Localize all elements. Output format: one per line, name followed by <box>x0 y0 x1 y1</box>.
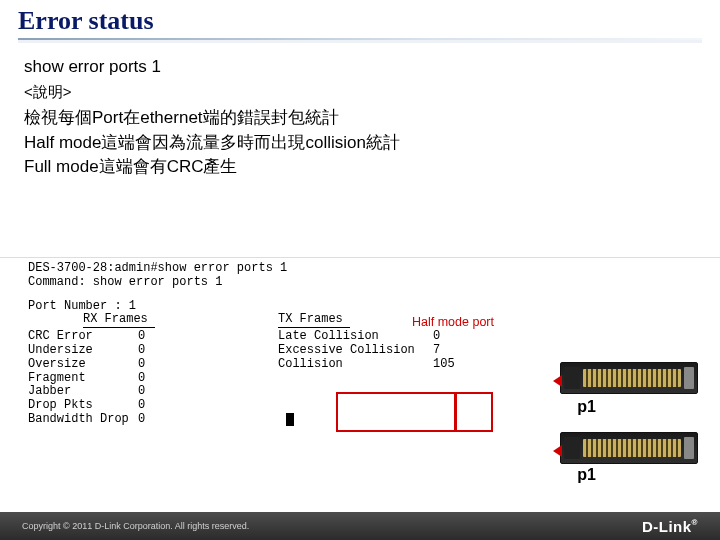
description-line-3: Full mode這端會有CRC產生 <box>24 155 702 180</box>
rx-row-label: Fragment <box>28 372 138 386</box>
rx-row-label: CRC Error <box>28 330 138 344</box>
terminal-rx-header: RX Frames <box>83 313 278 327</box>
arrow-icon <box>553 375 562 387</box>
terminal-echo: Command: show error ports 1 <box>28 276 558 290</box>
tx-row-value: 105 <box>433 358 493 372</box>
rx-row-value: 0 <box>138 330 278 344</box>
command-text: show error ports 1 <box>24 57 702 77</box>
rx-row-value: 0 <box>138 344 278 358</box>
device-end-panel <box>684 367 694 389</box>
rx-row-value: 0 <box>138 372 278 386</box>
rx-row-value: 0 <box>138 358 278 372</box>
port-label-2: p1 <box>577 466 596 484</box>
rx-row-label: Jabber <box>28 385 138 399</box>
tx-row-value: 0 <box>433 330 493 344</box>
device-side-panel <box>564 367 580 389</box>
half-mode-label: Half mode port <box>412 315 494 329</box>
content-block: show error ports 1 <說明> 檢視每個Port在etherne… <box>0 47 720 180</box>
footer-copyright: Copyright © 2011 D-Link Corporation. All… <box>22 521 249 531</box>
rx-underline <box>83 327 155 328</box>
brand-logo: D-Link® <box>642 518 698 535</box>
rx-row-value: 0 <box>138 413 278 427</box>
arrow-icon <box>553 445 562 457</box>
footer-bar: Copyright © 2011 D-Link Corporation. All… <box>0 512 720 540</box>
highlight-box-values <box>455 392 493 432</box>
tx-row-label: Excessive Collision <box>278 344 433 358</box>
terminal-top-edge <box>0 257 720 258</box>
rx-row-value: 0 <box>138 399 278 413</box>
rx-row-value: 0 <box>138 385 278 399</box>
title-bar: Error status <box>0 0 720 47</box>
rx-row-label: Oversize <box>28 358 138 372</box>
switch-device-image-1 <box>560 362 698 394</box>
terminal-cursor <box>286 413 294 426</box>
terminal-spacer <box>28 313 83 327</box>
device-end-panel <box>684 437 694 459</box>
page-title: Error status <box>18 6 702 36</box>
device-ports <box>583 369 681 387</box>
tx-row-label: Collision <box>278 358 433 372</box>
rx-row-label: Drop Pkts <box>28 399 138 413</box>
highlight-box-labels <box>336 392 456 432</box>
device-ports <box>583 439 681 457</box>
rx-row-label: Undersize <box>28 344 138 358</box>
brand-text: D-Link <box>642 518 692 535</box>
switch-device-image-2 <box>560 432 698 464</box>
port-label-1: p1 <box>577 398 596 416</box>
terminal-prompt: DES-3700-28:admin#show error ports 1 <box>28 262 558 276</box>
tx-row-value: 7 <box>433 344 493 358</box>
note-label: <說明> <box>24 83 702 102</box>
description-line-2: Half mode這端會因為流量多時而出現collision統計 <box>24 131 702 156</box>
device-side-panel <box>564 437 580 459</box>
terminal-tx-header: TX Frames <box>278 313 343 327</box>
tx-underline <box>278 327 350 328</box>
registered-mark: ® <box>692 518 698 527</box>
description-line-1: 檢視每個Port在ethernet端的錯誤封包統計 <box>24 106 702 131</box>
title-sub-underline <box>18 40 702 43</box>
terminal-port-number: Port Number : 1 <box>28 300 558 314</box>
rx-row-label: Bandwidth Drop <box>28 413 138 427</box>
tx-row-label: Late Collision <box>278 330 433 344</box>
